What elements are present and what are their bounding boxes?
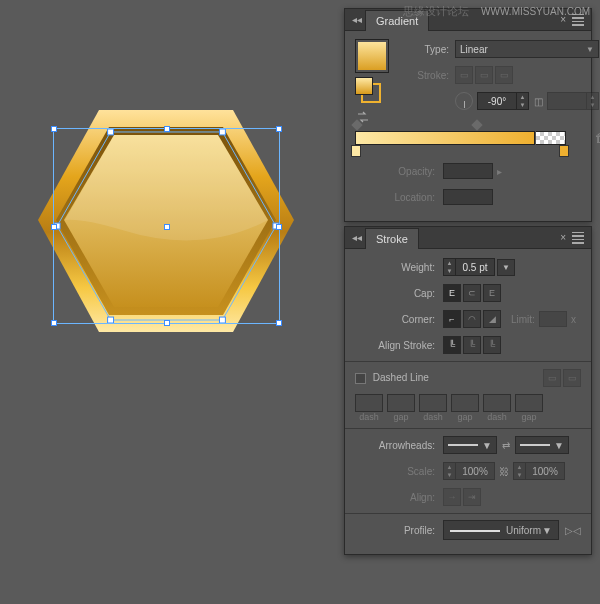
weight-dropdown[interactable]: ▼: [497, 259, 515, 276]
collapse-arrows-icon[interactable]: ◂◂: [349, 232, 365, 243]
align-stroke-label: Align Stroke:: [355, 340, 443, 351]
stroke-label: Stroke:: [397, 70, 455, 81]
limit-field: [539, 311, 567, 327]
profile-label: Profile:: [355, 525, 443, 536]
canvas-area[interactable]: [0, 0, 340, 604]
stroke-tab[interactable]: Stroke: [365, 228, 419, 249]
scale-label: Scale:: [355, 466, 443, 477]
type-dropdown[interactable]: Linear▼: [455, 40, 599, 58]
gap-2: [451, 394, 479, 412]
aspect-input: ▲▼: [547, 92, 599, 110]
dashed-line-label: Dashed Line: [373, 372, 429, 383]
corner-bevel-icon[interactable]: ◢: [483, 310, 501, 328]
scale-start-input: ▲▼ 100%: [443, 462, 495, 480]
scale-end-input: ▲▼ 100%: [513, 462, 565, 480]
dash-2: [419, 394, 447, 412]
watermark: 思缘设计论坛WWW.MISSYUAN.COM: [403, 4, 590, 19]
trash-icon[interactable]: 🗑: [595, 131, 600, 145]
angle-dial-icon[interactable]: [455, 92, 473, 110]
corner-round-icon[interactable]: ◠: [463, 310, 481, 328]
color-stop-right[interactable]: [559, 145, 569, 157]
arrow-align-label: Align:: [355, 492, 443, 503]
dash-preserve-icon: ▭: [543, 369, 561, 387]
dashed-line-checkbox[interactable]: [355, 373, 366, 384]
stroke-panel-header[interactable]: ◂◂ Stroke ×: [345, 227, 591, 249]
cap-label: Cap:: [355, 288, 443, 299]
opacity-label: Opacity:: [355, 166, 443, 177]
stroke-within-icon: ▭: [455, 66, 473, 84]
gradient-swatch[interactable]: [355, 39, 389, 73]
cap-round-icon[interactable]: ⊂: [463, 284, 481, 302]
weight-label: Weight:: [355, 262, 443, 273]
panel-menu-icon[interactable]: [569, 232, 587, 244]
opacity-field: [443, 163, 493, 179]
gap-1: [387, 394, 415, 412]
color-stop-left[interactable]: [351, 145, 361, 157]
corner-label: Corner:: [355, 314, 443, 325]
align-center-icon[interactable]: ╚: [443, 336, 461, 354]
arrowheads-label: Arrowheads:: [355, 440, 443, 451]
swap-arrowheads-icon[interactable]: ⇄: [499, 438, 513, 452]
arrowhead-start-dropdown[interactable]: ▼: [443, 436, 497, 454]
aspect-ratio-icon: ◫: [531, 94, 545, 108]
dash-3: [483, 394, 511, 412]
gradient-slider[interactable]: 🗑: [355, 131, 581, 145]
stroke-panel: ◂◂ Stroke × Weight: ▲▼ 0.5 pt ▼ Cap: E ⊂…: [344, 226, 592, 555]
gradient-panel: ◂◂ Gradient × Type:: [344, 8, 592, 222]
collapse-arrows-icon[interactable]: ◂◂: [349, 14, 365, 25]
limit-label: Limit:: [511, 314, 535, 325]
cap-projecting-icon[interactable]: E: [483, 284, 501, 302]
corner-miter-icon[interactable]: ⌐: [443, 310, 461, 328]
stroke-along-icon: ▭: [475, 66, 493, 84]
align-inside-icon[interactable]: ╚: [463, 336, 481, 354]
arrow-align-end-icon: ⇥: [463, 488, 481, 506]
align-outside-icon[interactable]: ╚: [483, 336, 501, 354]
fill-stroke-swatch[interactable]: [355, 77, 381, 103]
type-label: Type:: [397, 44, 455, 55]
cap-butt-icon[interactable]: E: [443, 284, 461, 302]
location-label: Location:: [355, 192, 443, 203]
gap-3: [515, 394, 543, 412]
stroke-across-icon: ▭: [495, 66, 513, 84]
flip-along-icon[interactable]: ▷◁: [565, 525, 581, 536]
location-field: [443, 189, 493, 205]
arrowhead-end-dropdown[interactable]: ▼: [515, 436, 569, 454]
weight-input[interactable]: ▲▼ 0.5 pt: [443, 258, 495, 276]
link-scale-icon: ⛓: [497, 464, 511, 478]
arrow-align-tip-icon: →: [443, 488, 461, 506]
profile-dropdown[interactable]: Uniform ▼: [443, 520, 559, 540]
hexagon-artwork: [32, 100, 300, 370]
close-icon[interactable]: ×: [557, 232, 569, 243]
dash-align-icon: ▭: [563, 369, 581, 387]
angle-input[interactable]: -90° ▲▼: [477, 92, 529, 110]
dash-1: [355, 394, 383, 412]
